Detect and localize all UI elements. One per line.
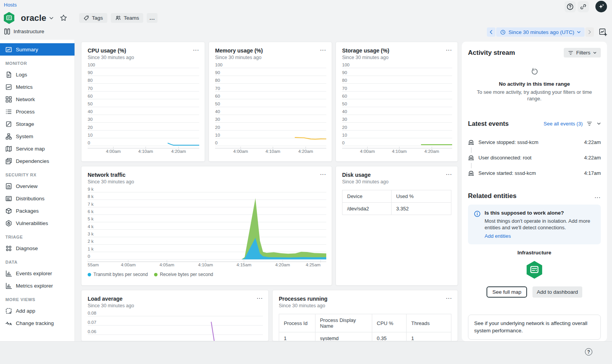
card-menu-button[interactable]: ... [446, 45, 452, 52]
sidebar-item-label: Service map [16, 146, 45, 152]
svg-text:0: 0 [88, 141, 90, 145]
svg-text:100: 100 [342, 63, 349, 67]
card-menu-button[interactable]: ... [320, 169, 326, 176]
host-name-chevron-down-icon[interactable] [49, 17, 54, 20]
add-to-dashboard-icon-button[interactable] [598, 28, 607, 37]
callout-title: Is this supposed to work alone? [485, 210, 595, 216]
see-all-events-link[interactable]: See all events (3) [544, 121, 583, 127]
event-row[interactable]: User disconnected: root 4:22am [468, 154, 601, 162]
sidebar-item-label: Overview [16, 183, 37, 189]
event-row[interactable]: Service stopped: sssd-kcm 4:22am [468, 138, 601, 147]
sidebar-item-packages[interactable]: Packages [0, 205, 75, 217]
entity-map-node[interactable] [468, 260, 601, 279]
share-link-button[interactable] [578, 1, 589, 12]
events-filter-icon[interactable] [587, 121, 592, 126]
help-button[interactable] [565, 1, 576, 12]
tags-button-label: Tags [92, 15, 103, 21]
svg-text:20: 20 [88, 125, 93, 130]
svg-text:100: 100 [88, 63, 95, 67]
card-menu-button[interactable]: ... [257, 293, 263, 300]
sidebar-item-diagnose[interactable]: Events explorer Diagnose [0, 242, 75, 254]
network-icon [5, 96, 12, 103]
filter-icon [568, 51, 573, 55]
ai-assistant-button[interactable] [595, 1, 607, 12]
sidebar-item-events-explorer[interactable]: Events explorer [0, 267, 75, 279]
card-subtitle: Since 30 minutes ago [279, 303, 451, 308]
cell-pid: 1 [279, 332, 315, 342]
sidebar-item-add-app[interactable]: Add app [0, 305, 75, 317]
event-time: 4:17am [584, 170, 601, 176]
card-title: Memory usage (%) [215, 47, 325, 54]
card-menu-button[interactable]: ... [446, 293, 452, 300]
sidebar-item-overview[interactable]: Overview [0, 180, 75, 192]
sidebar-item-metrics-explorer[interactable]: Metrics explorer [0, 279, 75, 292]
diagnose-icon [5, 245, 12, 252]
info-icon [474, 210, 481, 217]
cell-cpu: 0.35 [372, 332, 406, 342]
sidebar-item-logs[interactable]: Logs [0, 68, 75, 81]
favorite-star-icon[interactable] [60, 14, 67, 22]
legend-label: Transmit bytes per second [93, 272, 148, 277]
teams-button[interactable]: Teams [111, 13, 144, 23]
sidebar-item-dependencies[interactable]: Dependencies [0, 155, 75, 167]
processes-running-card: Processes running Since 30 minutes ago .… [272, 290, 458, 341]
hosts-breadcrumb-link[interactable]: Hosts [4, 2, 17, 8]
sidebar-item-label: Network [16, 97, 35, 102]
global-actions [565, 1, 607, 12]
add-app-icon [5, 308, 12, 314]
event-row[interactable]: Service started: sssd-kcm 4:17am [468, 169, 601, 178]
sidebar-item-storage[interactable]: Storage [0, 118, 75, 130]
sidebar-item-system[interactable]: System [0, 130, 75, 142]
card-title: CPU usage (%) [88, 47, 198, 54]
time-range-picker[interactable]: Since 30 minutes ago (UTC) [496, 27, 585, 37]
svg-text:4:00am: 4:00am [360, 149, 375, 154]
related-entities-menu-button[interactable]: ... [595, 193, 601, 200]
card-title: Storage usage (%) [342, 47, 451, 54]
card-menu-button[interactable]: ... [446, 169, 452, 176]
host-more-button[interactable]: ... [147, 13, 158, 23]
add-to-dashboard-button[interactable]: Add to dashboard [532, 286, 582, 298]
footer-help-button[interactable]: ? [585, 348, 592, 356]
filters-button[interactable]: Filters [564, 48, 601, 58]
sidebar-item-label: Dependencies [16, 158, 49, 164]
sidebar-item-summary[interactable]: Summary [0, 43, 75, 56]
chevron-left-icon [490, 30, 493, 34]
add-entities-link[interactable]: Add entities [485, 233, 595, 239]
events-chevron-down-icon[interactable] [597, 122, 601, 125]
card-menu-button[interactable]: ... [320, 45, 326, 52]
table-row: /dev/sda2 3.352 [342, 203, 451, 215]
transmit-legend-dot [88, 273, 91, 276]
sidebar-item-label: Add app [16, 308, 35, 314]
card-menu-button[interactable]: ... [193, 45, 199, 52]
card-title: Processes running [279, 296, 451, 302]
sidebar-item-vulnerabilities[interactable]: Vulnerabilities [0, 217, 75, 229]
sidebar-item-service-map[interactable]: Service map [0, 142, 75, 155]
svg-text:4:10am: 4:10am [198, 262, 213, 267]
help-icon [566, 3, 574, 10]
tags-button[interactable]: Tags [79, 13, 107, 23]
network-legend: Transmit bytes per second Receive bytes … [88, 272, 325, 277]
svg-text:10: 10 [342, 133, 347, 137]
sidebar-item-network[interactable]: Network [0, 93, 75, 105]
card-subtitle: Since 30 minutes ago [342, 179, 451, 185]
svg-text:50: 50 [88, 102, 93, 106]
svg-text:4:10am: 4:10am [266, 149, 280, 154]
summary-icon [5, 46, 12, 53]
events-list: Service stopped: sssd-kcm 4:22am User di… [468, 138, 601, 178]
column-header-name: Process Display Name [315, 314, 372, 332]
svg-text:40: 40 [342, 109, 347, 114]
time-forward-button[interactable] [585, 27, 594, 37]
sidebar-item-change-tracking[interactable]: Change tracking [0, 317, 75, 329]
see-full-map-button[interactable]: See full map [487, 286, 527, 298]
column-header-device: Device [342, 190, 392, 203]
metrics-icon [5, 84, 12, 90]
sidebar-item-distributions[interactable]: Distributions [0, 192, 75, 205]
svg-text:30: 30 [215, 117, 220, 122]
filters-button-label: Filters [576, 50, 590, 56]
sidebar-section-more-views: MORE VIEWS [0, 292, 75, 305]
sidebar-item-metrics[interactable]: Metrics [0, 81, 75, 93]
disk-usage-table: Device Used % /dev/sda2 3.352 [342, 190, 451, 215]
sidebar-item-process[interactable]: Process [0, 105, 75, 118]
time-back-button[interactable] [487, 27, 495, 37]
tag-icon [83, 15, 89, 21]
